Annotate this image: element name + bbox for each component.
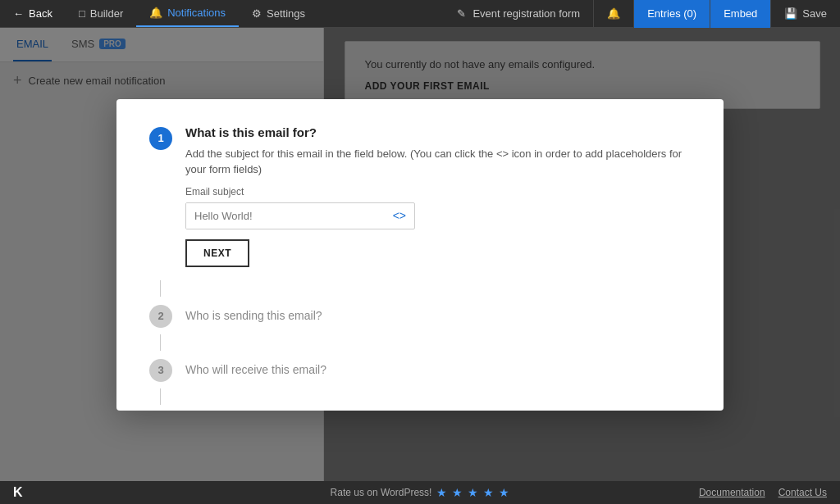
step-1-description: Add the subject for this email in the fi… <box>185 146 691 178</box>
builder-icon: □ <box>79 7 85 20</box>
step-2-number: 2 <box>149 305 172 328</box>
email-subject-label: Email subject <box>185 186 691 198</box>
embed-button[interactable]: Embed <box>710 0 770 28</box>
nav-right: 🔔 Entries (0) Embed 💾 Save <box>593 0 840 28</box>
step-2-title: Who is sending this email? <box>185 308 322 323</box>
notifications-button[interactable]: 🔔 Notifications <box>136 0 239 27</box>
edit-icon: ✎ <box>457 7 466 20</box>
step-3: 3 Who will receive this email? <box>149 357 691 382</box>
star-5: ★ <box>499 486 509 499</box>
bell-nav-icon: 🔔 <box>607 7 620 20</box>
form-title: ✎ Event registration form <box>444 7 593 20</box>
star-4: ★ <box>483 486 494 499</box>
step-3-title: Who will receive this email? <box>185 362 326 377</box>
bell-nav-icon[interactable]: 🔔 <box>593 0 633 28</box>
builder-button[interactable]: □ Builder <box>66 0 136 27</box>
save-icon: 💾 <box>784 7 797 20</box>
footer-center: Rate us on WordPress! ★ ★ ★ ★ ★ <box>331 486 510 499</box>
step-2: 2 Who is sending this email? <box>149 303 691 328</box>
step-3-number: 3 <box>149 359 172 382</box>
documentation-link[interactable]: Documentation <box>699 487 765 498</box>
step-connector-2-3 <box>160 334 161 351</box>
rate-text: Rate us on WordPress! <box>331 487 432 498</box>
step-connector-1-2 <box>160 280 161 297</box>
back-icon: ← <box>13 7 24 20</box>
footer-links: Documentation Contact Us <box>699 487 827 498</box>
save-button[interactable]: 💾 Save <box>770 0 840 28</box>
k-logo: K <box>13 485 23 500</box>
gear-icon: ⚙ <box>252 7 262 20</box>
star-2: ★ <box>452 486 463 499</box>
next-button[interactable]: NEXT <box>185 239 249 267</box>
back-button[interactable]: ← Back <box>0 0 66 27</box>
step-1-number: 1 <box>149 127 172 150</box>
top-nav: ← Back □ Builder 🔔 Notifications ⚙ Setti… <box>0 0 840 28</box>
email-wizard-modal: 1 What is this email for? Add the subjec… <box>116 99 724 411</box>
email-subject-input[interactable] <box>186 203 385 229</box>
bell-icon: 🔔 <box>149 7 162 19</box>
settings-button[interactable]: ⚙ Settings <box>239 0 318 27</box>
code-placeholder-icon[interactable]: <> <box>385 209 414 222</box>
step-1: 1 What is this email for? Add the subjec… <box>149 125 691 267</box>
contact-link[interactable]: Contact Us <box>778 487 827 498</box>
step-1-title: What is this email for? <box>185 125 691 139</box>
content-area: EMAIL SMS PRO + Create new email notific… <box>0 28 840 481</box>
footer: K Rate us on WordPress! ★ ★ ★ ★ ★ Docume… <box>0 481 840 504</box>
email-subject-input-row: <> <box>185 202 415 229</box>
star-1: ★ <box>436 486 447 499</box>
step-1-content: What is this email for? Add the subject … <box>185 125 691 267</box>
modal-overlay[interactable]: 1 What is this email for? Add the subjec… <box>0 28 840 481</box>
star-3: ★ <box>468 486 478 499</box>
step-connector-3-4 <box>160 388 161 405</box>
entries-button[interactable]: Entries (0) <box>633 0 710 28</box>
